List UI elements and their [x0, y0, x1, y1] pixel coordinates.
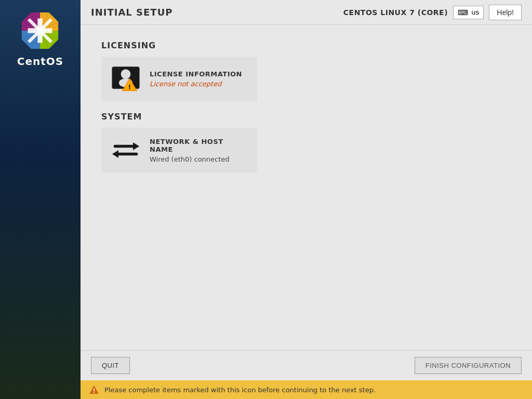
warning-bar-icon: ! [89, 384, 99, 395]
license-icon: ! [111, 64, 140, 94]
system-section: SYSTEM [101, 112, 511, 172]
finish-configuration-button[interactable]: FINISH CONFIGURATION [415, 357, 522, 374]
svg-marker-30 [112, 150, 118, 158]
header: INITIAL SETUP CENTOS LINUX 7 (CORE) ⌨ us… [81, 0, 532, 25]
license-item-status: License not accepted [150, 80, 242, 88]
svg-text:!: ! [128, 83, 131, 91]
svg-marker-28 [133, 142, 139, 150]
keyboard-indicator[interactable]: ⌨ us [453, 6, 484, 19]
network-icon [111, 136, 140, 165]
license-item-text: LICENSE INFORMATION License not accepted [150, 70, 242, 88]
centos-logo: CentOS [17, 10, 63, 68]
system-items: NETWORK & HOST NAME Wired (eth0) connect… [101, 128, 511, 172]
network-icon-container [110, 135, 141, 166]
network-item-text: NETWORK & HOST NAME Wired (eth0) connect… [150, 138, 248, 163]
svg-point-20 [37, 28, 43, 34]
network-item-title: NETWORK & HOST NAME [150, 138, 248, 153]
header-right: CENTOS LINUX 7 (CORE) ⌨ us Help! [343, 5, 522, 20]
licensing-section-title: LICENSING [101, 41, 511, 50]
centos-logo-text: CentOS [17, 55, 63, 68]
os-version-title: CENTOS LINUX 7 (CORE) [343, 8, 448, 17]
page-title: INITIAL SETUP [91, 7, 172, 18]
footer: QUIT FINISH CONFIGURATION [81, 350, 532, 380]
network-hostname-item[interactable]: NETWORK & HOST NAME Wired (eth0) connect… [101, 128, 257, 172]
system-section-title: SYSTEM [101, 112, 511, 122]
license-icon-container: ! [110, 63, 141, 95]
license-item-title: LICENSE INFORMATION [150, 70, 242, 78]
licensing-section: LICENSING [101, 41, 511, 101]
svg-point-22 [121, 69, 131, 79]
licensing-items: ! LICENSE INFORMATION License not accept… [101, 57, 511, 101]
warning-bar-message: Please complete items marked with this i… [104, 386, 376, 394]
network-item-status: Wired (eth0) connected [150, 155, 248, 163]
centos-logo-icon [20, 10, 60, 51]
license-information-item[interactable]: ! LICENSE INFORMATION License not accept… [101, 57, 257, 101]
warning-bar: ! Please complete items marked with this… [81, 380, 532, 399]
content-area: LICENSING [81, 25, 532, 350]
keyboard-lang: us [471, 8, 479, 16]
quit-button[interactable]: QUIT [91, 357, 130, 374]
main-content: INITIAL SETUP CENTOS LINUX 7 (CORE) ⌨ us… [81, 0, 532, 399]
help-button[interactable]: Help! [489, 5, 522, 20]
svg-text:!: ! [92, 388, 95, 394]
keyboard-icon: ⌨ [458, 8, 468, 17]
sidebar: CentOS [0, 0, 81, 399]
